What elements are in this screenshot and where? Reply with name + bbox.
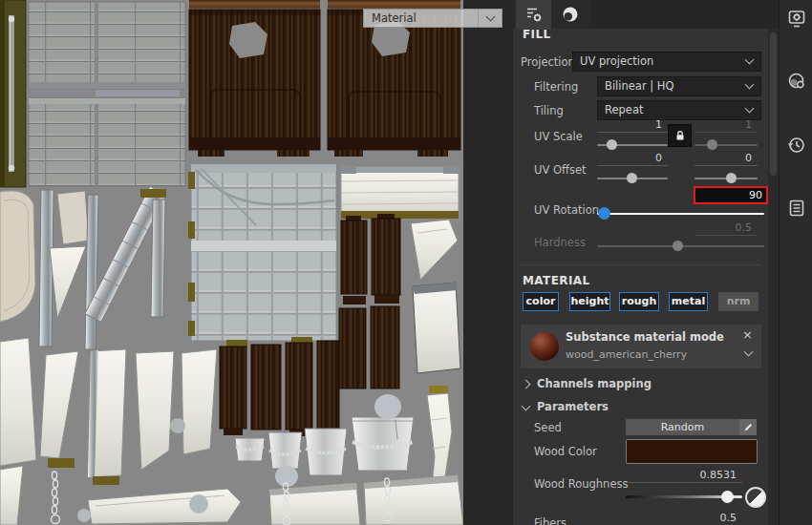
chevron-down-icon: [478, 10, 502, 27]
wood-roughness-label: Wood Roughness: [534, 477, 628, 491]
wood-roughness-slider[interactable]: [626, 495, 742, 498]
properties-tabbar: [513, 0, 779, 29]
channels-mapping-label: Channels mapping: [537, 377, 652, 390]
chevron-down-icon: [522, 401, 531, 410]
uv-scale-u-slider-handle[interactable]: [607, 139, 617, 150]
uv-island-wood-panel-left: [189, 0, 320, 157]
fill-section-title: FILL: [523, 28, 551, 41]
material-slot-title: Substance material mode: [566, 330, 724, 344]
uv-rotation-slider[interactable]: [597, 213, 764, 215]
uv-scale-lock-button[interactable]: [668, 124, 692, 147]
uv-scale-label: UV Scale: [534, 130, 583, 143]
wood-color-label: Wood Color: [534, 445, 597, 458]
sidebar-display-settings[interactable]: [784, 7, 809, 32]
uv-rotation-input[interactable]: [694, 186, 768, 204]
filtering-dropdown[interactable]: Bilinear | HQ: [597, 76, 761, 96]
uv-island-olive-rail: [0, 0, 26, 187]
seed-label: Seed: [534, 421, 562, 434]
uv-offset-u-slider[interactable]: [597, 178, 668, 179]
material-preview-icon: [561, 5, 580, 24]
display-settings-icon: [786, 9, 807, 30]
history-icon: [786, 135, 807, 156]
filtering-label: Filtering: [534, 80, 578, 94]
hardness-slider-handle: [673, 241, 683, 251]
channel-button-metal[interactable]: metal: [669, 292, 708, 311]
uv-texture-atlas: [0, 0, 463, 525]
hardness-slider: [597, 245, 764, 247]
channel-button-color[interactable]: color: [523, 292, 559, 311]
uv-offset-v-value[interactable]: 0: [694, 152, 758, 166]
uv-island-strip: [96, 90, 180, 96]
fibers-value: 0.5: [626, 512, 742, 525]
shader-settings-icon: [786, 71, 807, 92]
tiling-dropdown[interactable]: Repeat: [597, 100, 761, 120]
right-sidebar: [779, 0, 812, 525]
lock-icon: [673, 129, 687, 142]
uv-offset-u-value[interactable]: 0: [597, 152, 668, 166]
uv-rotation-slider-handle[interactable]: [598, 207, 610, 220]
section-divider: [521, 264, 761, 265]
filtering-dropdown-value: Bilinear | HQ: [598, 77, 760, 95]
material-slot[interactable]: Substance material mode wood_american_ch…: [521, 325, 761, 368]
uv-scale-u-slider[interactable]: [597, 144, 668, 146]
view-mode-dropdown-value: Material: [364, 11, 478, 25]
seed-random-button-label: Random: [626, 421, 739, 433]
uv-scale-v-value[interactable]: 1: [694, 118, 758, 133]
fill-properties-icon: [524, 5, 544, 24]
hardness-value: 0.5: [694, 221, 758, 236]
log-icon: [786, 198, 807, 219]
uv-offset-label: UV Offset: [534, 163, 587, 177]
substance-painter-window: Material: [0, 0, 812, 525]
wood-roughness-slider-handle[interactable]: [721, 491, 734, 503]
material-slot-name: wood_american_cherry: [566, 348, 687, 361]
view-mode-dropdown[interactable]: Material: [363, 9, 502, 28]
tab-material-preview[interactable]: [552, 0, 588, 29]
wood-color-swatch[interactable]: [626, 439, 758, 464]
projection-label: Projection: [521, 55, 575, 69]
uv-rotation-label: UV Rotation: [534, 203, 599, 217]
seed-random-button[interactable]: Random: [626, 419, 757, 435]
panel-scrollbar[interactable]: [768, 29, 779, 525]
uv-island-tile-panel: [188, 164, 336, 341]
tiling-label: Tiling: [534, 104, 564, 117]
uv-island-wood-planks-center: [220, 337, 339, 436]
projection-dropdown[interactable]: UV projection: [572, 52, 761, 72]
fibers-label: Fibers: [534, 516, 566, 525]
sidebar-history[interactable]: [784, 133, 809, 158]
uv-island-plank-panel: [341, 167, 459, 219]
material-sphere-preview: [530, 332, 559, 361]
channels-mapping-row[interactable]: Channels mapping: [523, 377, 652, 390]
chevron-right-icon: [522, 379, 531, 388]
projection-dropdown-value: UV projection: [573, 52, 760, 71]
uv-offset-v-slider-handle[interactable]: [726, 173, 737, 183]
uv-scale-u-value[interactable]: 1: [597, 118, 668, 133]
wood-roughness-value[interactable]: 0.8531: [626, 469, 742, 483]
uv-island-grid-panel-top: [29, 2, 185, 89]
reset-default-icon[interactable]: [745, 487, 766, 508]
channel-button-height[interactable]: height: [569, 292, 610, 311]
uv-2d-viewport[interactable]: [0, 0, 463, 525]
parameters-row[interactable]: Parameters: [523, 400, 609, 413]
chevron-down-icon[interactable]: [744, 347, 754, 357]
tab-fill-properties[interactable]: [516, 0, 551, 29]
viewport-panel-gap: [463, 0, 513, 525]
uv-island-grid-panel-bottom: [29, 98, 185, 186]
properties-panel: FILL Projection UV projection Filtering …: [513, 0, 779, 525]
edit-pencil-icon[interactable]: [739, 419, 757, 435]
uv-offset-v-slider[interactable]: [694, 178, 758, 179]
uv-scale-v-slider-handle[interactable]: [707, 139, 717, 150]
material-section-title: MATERIAL: [523, 274, 590, 287]
sidebar-log[interactable]: [784, 196, 809, 220]
parameters-label: Parameters: [537, 400, 609, 413]
channel-button-nrm[interactable]: nrm: [718, 292, 759, 311]
uv-offset-u-slider-handle[interactable]: [627, 173, 637, 183]
sidebar-shader-settings[interactable]: [784, 69, 809, 94]
uv-scale-v-slider[interactable]: [694, 144, 758, 146]
tiling-dropdown-value: Repeat: [598, 101, 760, 119]
close-icon[interactable]: ×: [742, 328, 753, 342]
channel-button-rough[interactable]: rough: [619, 292, 659, 311]
uv-island-strip: [33, 90, 86, 95]
hardness-label: Hardness: [534, 236, 586, 249]
